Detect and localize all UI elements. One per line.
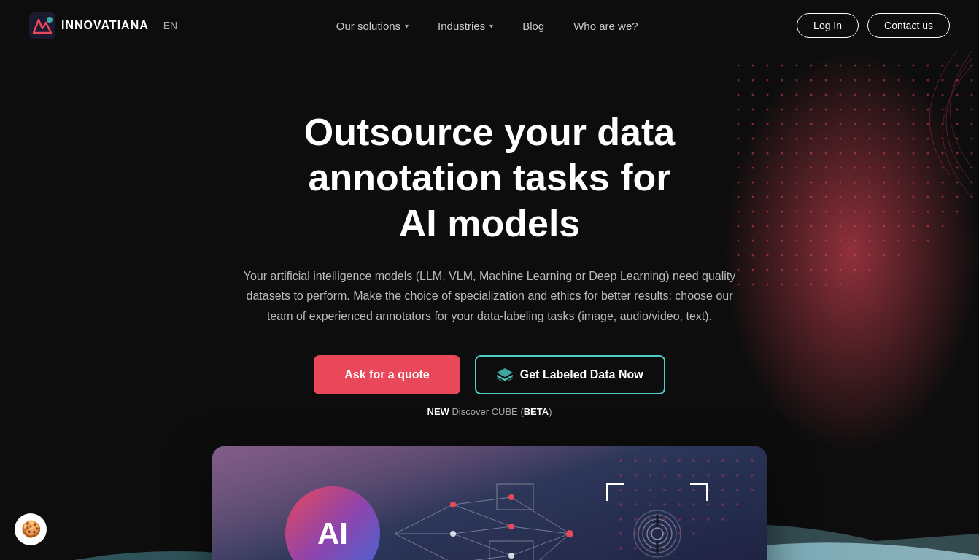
svg-point-337 [651, 528, 663, 540]
svg-point-288 [736, 503, 739, 506]
navbar-left: INNOVATIANA EN [29, 12, 177, 39]
svg-point-213 [854, 240, 856, 242]
svg-point-20 [971, 65, 973, 67]
svg-point-209 [796, 240, 798, 242]
svg-point-71 [971, 109, 973, 111]
logo-text: INNOVATIANA [61, 19, 149, 32]
svg-point-256 [707, 459, 710, 462]
contact-button[interactable]: Contact us [867, 13, 950, 38]
preview-inner: AI [212, 446, 767, 560]
svg-point-13 [869, 65, 871, 67]
login-button[interactable]: Log In [797, 13, 859, 38]
svg-point-172 [956, 196, 959, 198]
ask-quote-button[interactable]: Ask for a quote [314, 355, 460, 394]
get-labeled-data-label: Get Labeled Data Now [520, 368, 643, 381]
language-selector[interactable]: EN [163, 20, 177, 31]
nav-item-blog[interactable]: Blog [522, 20, 544, 32]
nav-item-solutions[interactable]: Our solutions ▾ [336, 20, 409, 32]
nav-item-about[interactable]: Who are we? [573, 20, 638, 32]
svg-point-202 [913, 225, 915, 228]
svg-line-326 [511, 534, 570, 560]
svg-point-4 [738, 65, 740, 67]
svg-rect-335 [497, 484, 533, 510]
scan-corner-tr [690, 483, 708, 501]
svg-point-194 [796, 225, 798, 228]
hero-subtitle: Your artificial intelligence models (LLM… [234, 266, 745, 326]
svg-point-167 [883, 196, 886, 198]
svg-point-247 [825, 284, 827, 286]
svg-point-226 [840, 254, 842, 257]
svg-point-173 [971, 196, 973, 198]
svg-point-68 [927, 109, 929, 111]
svg-point-230 [898, 254, 900, 257]
neural-network-visualization [395, 468, 577, 560]
svg-point-338 [647, 524, 668, 544]
svg-point-103 [942, 138, 944, 140]
svg-point-69 [942, 109, 944, 111]
svg-point-95 [825, 138, 827, 140]
svg-point-131 [854, 167, 856, 169]
svg-point-170 [927, 196, 929, 198]
svg-line-320 [453, 534, 511, 556]
svg-point-182 [854, 211, 856, 213]
svg-point-82 [883, 123, 886, 125]
svg-point-255 [692, 459, 695, 462]
svg-point-64 [869, 109, 871, 111]
svg-point-147 [840, 182, 842, 184]
svg-point-102 [927, 138, 929, 140]
svg-point-211 [825, 240, 827, 242]
svg-point-46 [854, 94, 856, 96]
svg-point-210 [810, 240, 813, 242]
svg-point-37 [971, 79, 973, 82]
logo[interactable]: INNOVATIANA [29, 12, 149, 39]
svg-point-40 [767, 94, 769, 96]
svg-point-43 [810, 94, 813, 96]
svg-point-203 [927, 225, 929, 228]
svg-point-48 [883, 94, 886, 96]
svg-point-12 [854, 65, 856, 67]
chevron-down-icon: ▾ [490, 22, 493, 30]
svg-point-2 [47, 17, 53, 23]
nav-item-industries[interactable]: Industries ▾ [438, 20, 493, 32]
badge-end: ) [549, 406, 552, 417]
svg-point-130 [840, 167, 842, 169]
svg-point-61 [825, 109, 827, 111]
svg-point-121 [956, 152, 959, 155]
svg-point-18 [942, 65, 944, 67]
svg-point-76 [796, 123, 798, 125]
svg-point-42 [796, 94, 798, 96]
svg-point-99 [883, 138, 886, 140]
svg-point-132 [869, 167, 871, 169]
svg-point-30 [869, 79, 871, 82]
hero-badge: NEW Discover CUBE (BETA) [212, 406, 767, 417]
navbar-center: Our solutions ▾ Industries ▾ Blog Who ar… [336, 20, 638, 32]
svg-point-133 [883, 167, 886, 169]
svg-point-332 [508, 553, 514, 559]
svg-point-32 [898, 79, 900, 82]
chevron-down-icon: ▾ [405, 22, 409, 30]
svg-point-262 [649, 474, 651, 477]
cookie-consent-button[interactable]: 🍪 [15, 513, 47, 545]
svg-point-134 [898, 167, 900, 169]
svg-point-197 [840, 225, 842, 228]
svg-point-11 [840, 65, 842, 67]
svg-point-153 [927, 182, 929, 184]
svg-point-154 [942, 182, 944, 184]
svg-point-117 [898, 152, 900, 155]
svg-point-136 [927, 167, 929, 169]
svg-point-29 [854, 79, 856, 82]
svg-point-212 [840, 240, 842, 242]
svg-point-263 [663, 474, 666, 477]
svg-point-266 [707, 474, 710, 477]
svg-point-269 [751, 474, 754, 477]
get-labeled-data-button[interactable]: Get Labeled Data Now [475, 355, 665, 394]
svg-point-237 [825, 269, 827, 271]
svg-point-54 [971, 94, 973, 96]
svg-point-6 [767, 65, 769, 67]
svg-point-116 [883, 152, 886, 155]
svg-point-25 [796, 79, 798, 82]
svg-point-86 [942, 123, 944, 125]
svg-line-323 [511, 497, 570, 534]
svg-point-45 [840, 94, 842, 96]
svg-point-331 [508, 524, 514, 529]
